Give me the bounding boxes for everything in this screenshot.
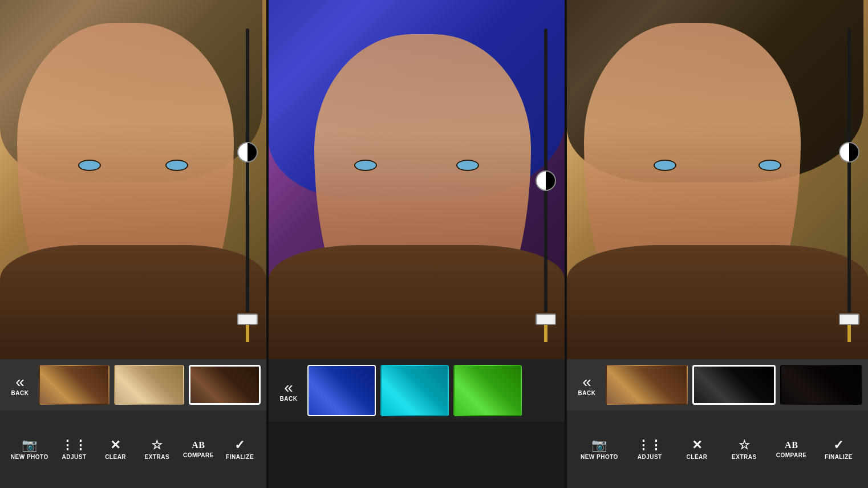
- swatches-row-right: « BACK: [567, 359, 868, 410]
- swatch-dark-brown-left[interactable]: [189, 365, 261, 405]
- panel-right: [567, 0, 868, 359]
- slider-left[interactable]: [237, 29, 258, 342]
- adjust-icon-right: ⋮⋮: [637, 439, 663, 452]
- swatch-very-dark-right[interactable]: [780, 365, 862, 405]
- adjust-button-left[interactable]: ⋮⋮ ADJUST: [58, 439, 90, 460]
- swatches-row-left: « BACK: [0, 359, 266, 410]
- shirt-left: [0, 245, 266, 359]
- panel-center: [269, 0, 565, 359]
- slider-stem-center: [544, 325, 547, 342]
- panel-left: [0, 0, 266, 359]
- compare-button-left[interactable]: AB COMPARE: [182, 441, 214, 458]
- slider-stem-right: [847, 325, 851, 342]
- slider-thumb-right[interactable]: [839, 142, 859, 162]
- back-label-left: BACK: [11, 390, 29, 396]
- slider-stem-left: [246, 325, 249, 342]
- toolbar-right: 📷 NEW PHOTO ⋮⋮ ADJUST ✕ CLEAR ☆ EXTRAS A…: [567, 410, 868, 488]
- bottom-section: « BACK 📷 NEW PHOTO ⋮⋮ ADJUST ✕ CLEAR ☆: [0, 359, 868, 488]
- swatch-brown-right[interactable]: [606, 365, 688, 405]
- slider-track-center[interactable]: [544, 29, 547, 312]
- compare-label-right: COMPARE: [776, 452, 807, 458]
- back-button-center[interactable]: « BACK: [274, 380, 303, 402]
- adjust-button-right[interactable]: ⋮⋮ ADJUST: [634, 439, 666, 460]
- clear-label-left: CLEAR: [105, 454, 126, 460]
- new-photo-label-right: NEW PHOTO: [581, 454, 618, 460]
- finalize-icon-right: ✓: [833, 439, 844, 452]
- clear-button-left[interactable]: ✕ CLEAR: [100, 439, 131, 460]
- compare-icon-right: AB: [785, 441, 798, 450]
- toolbar-left: 📷 NEW PHOTO ⋮⋮ ADJUST ✕ CLEAR ☆ EXTRAS A…: [0, 410, 266, 488]
- extras-icon-left: ☆: [151, 439, 163, 452]
- slider-track-right[interactable]: [847, 29, 851, 312]
- finalize-button-right[interactable]: ✓ FINALIZE: [823, 439, 854, 460]
- swatch-blue-center[interactable]: [307, 365, 376, 416]
- photo-bg-center: [269, 0, 565, 359]
- eyes-left: [46, 160, 221, 171]
- swatch-green-center[interactable]: [453, 365, 522, 416]
- slider-handle-right[interactable]: [839, 314, 859, 325]
- eye-left-l: [78, 160, 101, 171]
- back-button-left[interactable]: « BACK: [6, 374, 34, 396]
- new-photo-label-left: NEW PHOTO: [11, 454, 48, 460]
- finalize-label-right: FINALIZE: [825, 454, 853, 460]
- eye-left-r: [165, 160, 188, 171]
- back-arrow-center: «: [284, 380, 293, 396]
- back-arrow-right: «: [582, 374, 591, 390]
- compare-icon-left: AB: [192, 441, 205, 450]
- photo-bg-right: [567, 0, 868, 359]
- swatch-black-right[interactable]: [692, 365, 776, 405]
- adjust-label-right: ADJUST: [638, 454, 662, 460]
- new-photo-button-left[interactable]: 📷 NEW PHOTO: [11, 439, 48, 460]
- adjust-icon-left: ⋮⋮: [61, 439, 87, 452]
- back-label-center: BACK: [280, 396, 298, 402]
- clear-icon-right: ✕: [692, 439, 703, 452]
- adjust-label-left: ADJUST: [62, 454, 86, 460]
- clear-label-right: CLEAR: [687, 454, 708, 460]
- clear-icon-left: ✕: [110, 439, 121, 452]
- bottom-left: « BACK 📷 NEW PHOTO ⋮⋮ ADJUST ✕ CLEAR ☆: [0, 359, 266, 488]
- eyes-center: [314, 160, 519, 171]
- back-arrow-left: «: [15, 374, 25, 390]
- swatch-brown-left[interactable]: [39, 365, 109, 405]
- back-button-right[interactable]: « BACK: [573, 374, 601, 396]
- bottom-right: « BACK 📷 NEW PHOTO ⋮⋮ ADJUST ✕ CLEAR ☆: [567, 359, 868, 488]
- compare-label-left: COMPARE: [183, 452, 214, 458]
- clear-button-right[interactable]: ✕ CLEAR: [682, 439, 713, 460]
- extras-label-right: EXTRAS: [732, 454, 757, 460]
- shirt-right: [567, 245, 868, 359]
- slider-thumb-left[interactable]: [237, 142, 258, 162]
- camera-icon-right: 📷: [591, 439, 607, 452]
- back-label-right: BACK: [578, 390, 596, 396]
- slider-track-left[interactable]: [246, 29, 249, 312]
- slider-thumb-center[interactable]: [536, 170, 556, 191]
- slider-center[interactable]: [536, 29, 556, 342]
- extras-label-left: EXTRAS: [145, 454, 170, 460]
- swatches-row-center: « BACK: [269, 359, 565, 422]
- finalize-button-left[interactable]: ✓ FINALIZE: [224, 439, 255, 460]
- photo-bg-left: [0, 0, 266, 359]
- extras-button-left[interactable]: ☆ EXTRAS: [141, 439, 173, 460]
- finalize-label-left: FINALIZE: [226, 454, 254, 460]
- slider-right[interactable]: [839, 29, 859, 342]
- eyes-right: [613, 160, 822, 171]
- extras-icon-right: ☆: [739, 439, 751, 452]
- eye-right-r: [759, 160, 781, 171]
- eye-right-l: [654, 160, 676, 171]
- eye-center-r: [456, 160, 479, 171]
- eye-center-l: [354, 160, 377, 171]
- shirt-center: [269, 245, 565, 359]
- camera-icon-left: 📷: [22, 439, 38, 452]
- compare-button-right[interactable]: AB COMPARE: [776, 441, 807, 458]
- bottom-center: « BACK: [269, 359, 565, 488]
- extras-button-right[interactable]: ☆ EXTRAS: [728, 439, 760, 460]
- finalize-icon-left: ✓: [234, 439, 245, 452]
- main-photo-area: [0, 0, 868, 359]
- slider-handle-center[interactable]: [536, 314, 556, 325]
- slider-handle-left[interactable]: [237, 314, 258, 325]
- swatch-light-brown-left[interactable]: [114, 365, 185, 405]
- swatch-cyan-center[interactable]: [380, 365, 449, 416]
- new-photo-button-right[interactable]: 📷 NEW PHOTO: [581, 439, 618, 460]
